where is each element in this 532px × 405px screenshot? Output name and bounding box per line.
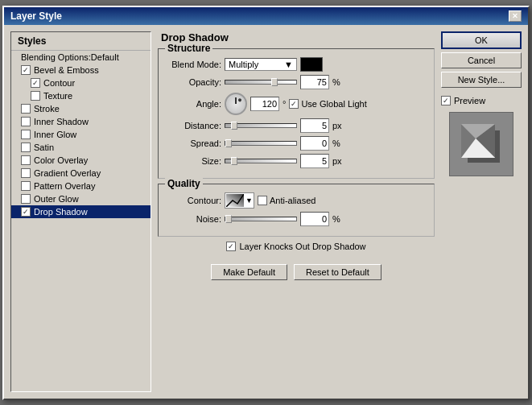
nav-item-satin[interactable]: Satin bbox=[11, 141, 151, 154]
nav-label-contour: Contour bbox=[43, 78, 75, 88]
angle-input[interactable] bbox=[250, 97, 279, 111]
distance-row: Distance: px bbox=[165, 118, 427, 133]
preview-box bbox=[449, 112, 513, 176]
opacity-thumb[interactable] bbox=[271, 78, 278, 86]
global-light-checkbox[interactable] bbox=[289, 99, 299, 109]
preview-svg bbox=[453, 116, 509, 172]
spread-input[interactable] bbox=[300, 136, 329, 151]
close-button[interactable]: ✕ bbox=[509, 10, 522, 22]
checkbox-bevel-emboss[interactable] bbox=[21, 65, 31, 75]
preview-row: Preview bbox=[441, 96, 522, 105]
angle-dial[interactable] bbox=[225, 93, 247, 115]
checkbox-texture[interactable] bbox=[31, 91, 40, 101]
contour-picker[interactable]: ▼ bbox=[225, 192, 254, 209]
nav-item-color-overlay[interactable]: Color Overlay bbox=[11, 154, 151, 167]
nav-item-contour[interactable]: Contour bbox=[11, 76, 151, 89]
nav-item-bevel-emboss[interactable]: Bevel & Emboss bbox=[11, 64, 151, 76]
blend-mode-label: Blend Mode: bbox=[165, 60, 221, 69]
right-panel: OK Cancel New Style... Preview bbox=[441, 31, 522, 392]
contour-dropdown-arrow: ▼ bbox=[245, 196, 253, 205]
noise-unit: % bbox=[332, 214, 345, 224]
opacity-row: Opacity: % bbox=[165, 75, 427, 89]
spread-row: Spread: % bbox=[165, 136, 427, 151]
size-thumb[interactable] bbox=[231, 157, 237, 165]
nav-label-inner-shadow: Inner Shadow bbox=[34, 117, 89, 126]
nav-item-inner-glow[interactable]: Inner Glow bbox=[11, 128, 151, 141]
nav-label-bevel-emboss: Bevel & Emboss bbox=[34, 65, 99, 75]
nav-label-outer-glow: Outer Glow bbox=[34, 194, 79, 204]
opacity-unit: % bbox=[332, 77, 345, 87]
checkbox-satin[interactable] bbox=[21, 143, 31, 152]
preview-checkbox[interactable] bbox=[441, 96, 451, 105]
title-bar: Layer Style ✕ bbox=[4, 7, 528, 25]
cancel-button[interactable]: Cancel bbox=[441, 52, 522, 68]
nav-label-gradient-overlay: Gradient Overlay bbox=[34, 168, 101, 178]
contour-label: Contour: bbox=[165, 196, 221, 205]
nav-label-blending-options: Blending Options:Default bbox=[21, 52, 119, 62]
opacity-input[interactable] bbox=[300, 75, 329, 89]
nav-label-satin: Satin bbox=[34, 143, 54, 152]
angle-row: Angle: ° Use Global Light bbox=[165, 93, 427, 115]
size-label: Size: bbox=[165, 156, 221, 166]
title-bar-buttons: ✕ bbox=[509, 10, 522, 22]
global-light-label: Use Global Light bbox=[301, 99, 366, 109]
shadow-color-swatch[interactable] bbox=[300, 57, 323, 72]
checkbox-stroke[interactable] bbox=[21, 104, 31, 114]
nav-item-outer-glow[interactable]: Outer Glow bbox=[11, 192, 151, 205]
nav-label-color-overlay: Color Overlay bbox=[34, 155, 88, 165]
use-global-light-row: Use Global Light bbox=[289, 99, 366, 109]
make-default-button[interactable]: Make Default bbox=[211, 264, 287, 280]
checkbox-drop-shadow[interactable] bbox=[21, 207, 31, 217]
distance-thumb[interactable] bbox=[231, 122, 237, 130]
contour-row: Contour: ▼ bbox=[165, 192, 427, 209]
size-input[interactable] bbox=[300, 154, 329, 168]
spread-slider[interactable] bbox=[225, 141, 297, 146]
checkbox-color-overlay[interactable] bbox=[21, 155, 31, 165]
nav-item-gradient-overlay[interactable]: Gradient Overlay bbox=[11, 167, 151, 180]
checkbox-contour[interactable] bbox=[31, 78, 40, 88]
checkbox-inner-shadow[interactable] bbox=[21, 117, 31, 126]
size-unit: px bbox=[332, 156, 345, 166]
noise-thumb[interactable] bbox=[225, 215, 232, 223]
preview-label: Preview bbox=[454, 96, 485, 105]
layer-style-dialog: Layer Style ✕ Styles Blending Options:De… bbox=[2, 6, 530, 400]
layer-knocks-out-checkbox[interactable] bbox=[226, 242, 236, 251]
nav-item-drop-shadow[interactable]: Drop Shadow bbox=[11, 205, 151, 218]
nav-item-blending-options[interactable]: Blending Options:Default bbox=[11, 51, 151, 64]
nav-label-texture: Texture bbox=[43, 91, 72, 101]
spread-unit: % bbox=[332, 138, 345, 148]
noise-input[interactable] bbox=[300, 212, 329, 226]
size-slider[interactable] bbox=[225, 159, 297, 163]
distance-slider[interactable] bbox=[225, 123, 297, 128]
distance-label: Distance: bbox=[165, 121, 221, 130]
anti-aliased-row: Anti-aliased bbox=[258, 196, 315, 205]
degree-symbol: ° bbox=[282, 99, 286, 109]
nav-item-pattern-overlay[interactable]: Pattern Overlay bbox=[11, 180, 151, 192]
distance-input[interactable] bbox=[300, 118, 329, 133]
structure-section: Structure Blend Mode: Multiply ▼ Opacity… bbox=[158, 48, 435, 179]
anti-aliased-checkbox[interactable] bbox=[258, 196, 267, 205]
ok-button[interactable]: OK bbox=[441, 31, 522, 49]
main-panel: Drop Shadow Structure Blend Mode: Multip… bbox=[158, 31, 435, 392]
spread-thumb[interactable] bbox=[225, 139, 232, 147]
blend-mode-select[interactable]: Multiply ▼ bbox=[225, 58, 297, 71]
contour-preview bbox=[226, 194, 244, 207]
nav-item-stroke[interactable]: Stroke bbox=[11, 102, 151, 115]
new-style-button[interactable]: New Style... bbox=[441, 72, 522, 88]
nav-label-pattern-overlay: Pattern Overlay bbox=[34, 181, 95, 191]
dialog-title: Layer Style bbox=[10, 10, 62, 22]
checkbox-outer-glow[interactable] bbox=[21, 194, 31, 204]
reset-to-default-button[interactable]: Reset to Default bbox=[294, 264, 381, 280]
blend-mode-row: Blend Mode: Multiply ▼ bbox=[165, 57, 427, 72]
checkbox-inner-glow[interactable] bbox=[21, 130, 31, 139]
nav-item-inner-shadow[interactable]: Inner Shadow bbox=[11, 115, 151, 128]
distance-unit: px bbox=[332, 121, 345, 130]
checkbox-pattern-overlay[interactable] bbox=[21, 181, 31, 191]
opacity-slider[interactable] bbox=[225, 80, 297, 85]
checkbox-gradient-overlay[interactable] bbox=[21, 168, 31, 178]
dialog-body: Styles Blending Options:DefaultBevel & E… bbox=[4, 25, 528, 399]
quality-label: Quality bbox=[165, 178, 203, 189]
noise-slider[interactable] bbox=[225, 217, 297, 221]
nav-item-texture[interactable]: Texture bbox=[11, 89, 151, 102]
nav-list: Blending Options:DefaultBevel & EmbossCo… bbox=[11, 51, 151, 218]
